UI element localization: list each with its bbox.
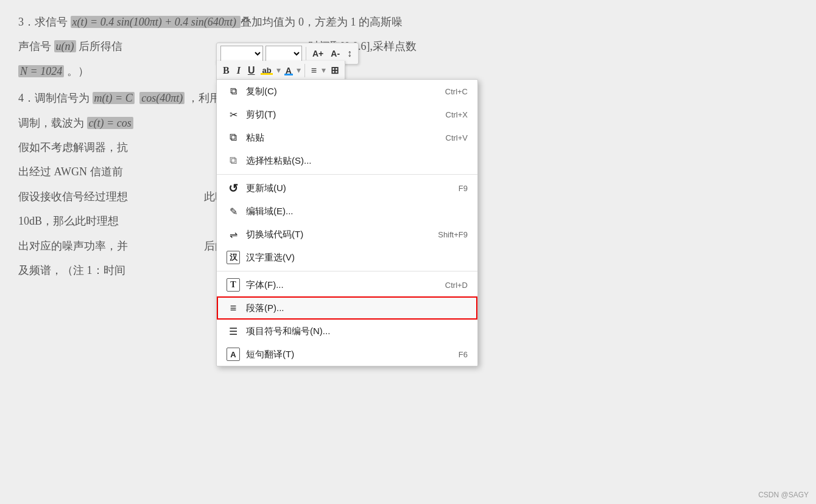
list-icon: ☰: [227, 324, 240, 338]
hanzi-icon: 汉: [227, 251, 240, 264]
watermark: CSDN @SAGY: [758, 491, 809, 499]
format-toolbar-row2: B I U ab ▾ A ▾ ≡ ▾ ⊞: [216, 61, 345, 80]
underline-button[interactable]: U: [245, 64, 258, 77]
menu-update-field-shortcut: F9: [459, 184, 468, 193]
font-color-arrow[interactable]: ▾: [297, 65, 301, 75]
menu-para-label: 段落(P)...: [246, 303, 468, 314]
line2-prefix: 声信号: [18, 40, 51, 52]
menu-font-shortcut: Ctrl+D: [445, 281, 468, 290]
align-button[interactable]: ≡: [309, 64, 319, 77]
menu-paste-shortcut: Ctrl+V: [446, 133, 468, 142]
menu-item-translate[interactable]: A 短句翻译(T) F6: [217, 343, 477, 366]
highlight-button[interactable]: ab: [259, 65, 273, 76]
highlight-arrow[interactable]: ▾: [276, 65, 281, 75]
table-button[interactable]: ⊞: [328, 63, 341, 77]
font-color-button[interactable]: A: [283, 65, 294, 77]
menu-toggle-field-shortcut: Shift+F9: [438, 230, 468, 239]
menu-translate-label: 短句翻译(T): [246, 349, 459, 360]
update-field-icon: ↺: [227, 181, 240, 195]
bold-button[interactable]: B: [220, 64, 232, 77]
line-spacing-button[interactable]: ↕: [345, 47, 354, 60]
menu-copy-shortcut: Ctrl+C: [445, 87, 468, 96]
toggle-field-icon: ⇌: [227, 228, 240, 241]
doc-line-1: 3．求信号 x(t) = 0.4 sin(100πt) + 0.4 sin(64…: [18, 12, 798, 32]
font-family-select[interactable]: [220, 46, 263, 61]
line5-prefix: 调制，载波为: [18, 117, 84, 129]
font-increase-button[interactable]: A+: [310, 47, 326, 60]
font-decrease-button[interactable]: A-: [328, 47, 342, 60]
italic-button[interactable]: I: [234, 64, 243, 77]
line3-suffix: 。）: [67, 65, 89, 77]
menu-item-cut[interactable]: 剪切(T) Ctrl+X: [217, 103, 477, 126]
menu-item-update-field[interactable]: ↺ 更新域(U) F9: [217, 177, 477, 200]
separator-2: [217, 271, 477, 271]
menu-item-paste[interactable]: ⧉ 粘贴 Ctrl+V: [217, 126, 477, 149]
line2-highlight: u(n): [54, 40, 76, 52]
doc-line-2: 声信号 u(n) 后所得信 时间取[0,0.6],采样点数: [18, 37, 798, 56]
menu-item-para[interactable]: ≡ 段落(P)...: [217, 296, 477, 320]
paste-icon: ⧉: [227, 131, 240, 144]
line9-prefix: 10dB，那么此时理想: [18, 215, 119, 227]
toolbar-divider-2: [304, 64, 305, 77]
menu-update-field-label: 更新域(U): [246, 183, 459, 194]
menu-list-label: 项目符号和编号(N)...: [246, 326, 468, 337]
line7-prefix: 出经过 AWGN 信道前: [18, 166, 123, 178]
menu-paste-special-label: 选择性粘贴(S)...: [246, 155, 468, 167]
font-size-select[interactable]: [266, 46, 302, 61]
align-arrow[interactable]: ▾: [322, 65, 326, 75]
para-icon: ≡: [227, 301, 240, 315]
line2-mid: 后所得信: [79, 40, 122, 52]
context-menu: 复制(C) Ctrl+C 剪切(T) Ctrl+X ⧉ 粘贴 Ctrl+V ⧉ …: [216, 79, 478, 366]
menu-item-edit-field[interactable]: ✎ 编辑域(E)...: [217, 200, 477, 223]
line3-highlight: N = 1024: [18, 65, 64, 77]
menu-translate-shortcut: F6: [459, 350, 468, 359]
line4-highlight: m(t) = C: [93, 92, 135, 104]
menu-item-toggle-field[interactable]: ⇌ 切换域代码(T) Shift+F9: [217, 223, 477, 246]
menu-item-paste-special[interactable]: ⧉ 选择性粘贴(S)...: [217, 149, 477, 172]
toolbar-divider-1: [306, 47, 306, 60]
menu-hanzi-label: 汉字重选(V): [246, 252, 468, 264]
translate-icon: A: [227, 348, 240, 361]
menu-edit-field-label: 编辑域(E)...: [246, 206, 468, 217]
menu-font-label: 字体(F)...: [246, 279, 445, 291]
line8-prefix: 假设接收信号经过理想: [18, 191, 128, 203]
line4-prefix: 4．调制信号为: [18, 92, 90, 104]
line10-prefix: 出对应的噪声功率，并: [18, 240, 128, 252]
menu-item-list[interactable]: ☰ 项目符号和编号(N)...: [217, 320, 477, 343]
menu-item-hanzi[interactable]: 汉 汉字重选(V): [217, 246, 477, 269]
menu-paste-label: 粘贴: [246, 132, 446, 144]
edit-field-icon: ✎: [227, 205, 240, 218]
line1-formula: x(t) = 0.4 sin(100πt) + 0.4 sin(640πt): [71, 16, 241, 28]
menu-copy-label: 复制(C): [246, 86, 445, 97]
copy-icon: [227, 85, 240, 98]
doc-line-3: N = 1024 。）: [18, 61, 798, 81]
menu-cut-label: 剪切(T): [246, 109, 446, 121]
separator-1: [217, 174, 477, 175]
cut-icon: [227, 108, 240, 121]
line6-prefix: 假如不考虑解调器，抗: [18, 141, 128, 153]
menu-toggle-field-label: 切换域代码(T): [246, 229, 438, 240]
line1-suffix: 叠加均值为 0，方差为 1 的高斯噪: [241, 16, 403, 28]
menu-cut-shortcut: Ctrl+X: [446, 110, 468, 119]
paste-special-icon: ⧉: [227, 154, 240, 167]
menu-item-font[interactable]: T 字体(F)... Ctrl+D: [217, 273, 477, 296]
font-icon: T: [227, 278, 240, 292]
line1-prefix: 3．求信号: [18, 16, 68, 28]
line4-formula2: cos(40πt): [139, 92, 185, 104]
line11-prefix: 及频谱，（注 1：时间: [18, 264, 125, 276]
line5-highlight: c(t) = cos: [87, 117, 133, 129]
menu-item-copy[interactable]: 复制(C) Ctrl+C: [217, 80, 477, 103]
